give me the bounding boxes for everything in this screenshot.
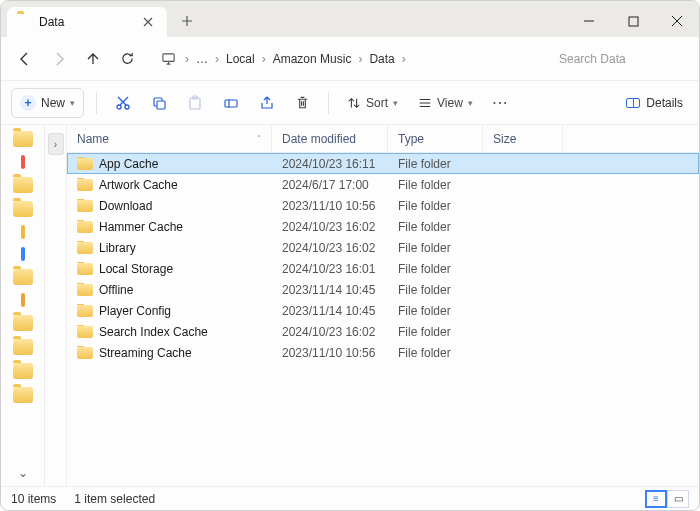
table-row[interactable]: Streaming Cache2023/11/10 10:56File fold… xyxy=(67,342,699,363)
details-pane-button[interactable]: Details xyxy=(620,88,689,118)
refresh-button[interactable] xyxy=(111,43,143,75)
sort-button[interactable]: Sort ▾ xyxy=(341,88,404,118)
sidebar-item[interactable] xyxy=(13,201,33,217)
sidebar-item[interactable] xyxy=(13,177,33,193)
close-tab-button[interactable] xyxy=(139,13,157,31)
column-size-label: Size xyxy=(493,132,516,146)
file-date: 2023/11/14 10:45 xyxy=(272,304,388,318)
crumb-amazon-music[interactable]: Amazon Music xyxy=(271,50,354,68)
up-button[interactable] xyxy=(77,43,109,75)
table-row[interactable]: Artwork Cache2024/6/17 17:00File folder xyxy=(67,174,699,195)
sidebar-item[interactable] xyxy=(13,363,33,379)
file-date: 2023/11/10 10:56 xyxy=(272,346,388,360)
column-type[interactable]: Type xyxy=(388,125,483,152)
thumbnails-view-button[interactable]: ▭ xyxy=(667,490,689,508)
table-row[interactable]: Hammer Cache2024/10/23 16:02File folder xyxy=(67,216,699,237)
status-count: 10 items xyxy=(11,492,56,506)
tab-data[interactable]: Data xyxy=(7,7,167,37)
new-button[interactable]: + New ▾ xyxy=(11,88,84,118)
new-tab-button[interactable] xyxy=(173,7,201,35)
rename-button[interactable] xyxy=(217,88,245,118)
sidebar-item[interactable] xyxy=(13,387,33,403)
sidebar-item[interactable] xyxy=(21,293,25,307)
view-switcher: ≡ ▭ xyxy=(645,490,689,508)
separator xyxy=(328,92,329,114)
sidebar-item[interactable] xyxy=(21,155,25,169)
more-button[interactable]: ··· xyxy=(487,88,515,118)
paste-button[interactable] xyxy=(181,88,209,118)
sidebar-item[interactable] xyxy=(21,247,25,261)
file-date: 2024/6/17 17:00 xyxy=(272,178,388,192)
svg-rect-1 xyxy=(162,54,173,62)
svg-rect-8 xyxy=(225,100,237,107)
sidebar-item[interactable] xyxy=(21,225,25,239)
chevron-right-icon[interactable]: › xyxy=(355,52,365,66)
separator xyxy=(96,92,97,114)
view-label: View xyxy=(437,96,463,110)
file-name: App Cache xyxy=(99,157,158,171)
title-bar: Data xyxy=(1,1,699,37)
column-type-label: Type xyxy=(398,132,424,146)
sidebar-item[interactable] xyxy=(13,269,33,285)
sidebar-item[interactable] xyxy=(13,339,33,355)
crumb-data[interactable]: Data xyxy=(367,50,396,68)
copy-button[interactable] xyxy=(145,88,173,118)
chevron-right-icon[interactable]: › xyxy=(182,52,192,66)
file-name: Hammer Cache xyxy=(99,220,183,234)
table-row[interactable]: Download2023/11/10 10:56File folder xyxy=(67,195,699,216)
back-button[interactable] xyxy=(9,43,41,75)
minimize-button[interactable] xyxy=(567,5,611,37)
overflow-crumb[interactable]: … xyxy=(194,50,210,68)
column-size[interactable]: Size xyxy=(483,125,563,152)
address-bar: › … › Local › Amazon Music › Data › xyxy=(1,37,699,81)
rows-container: App Cache2024/10/23 16:11File folderArtw… xyxy=(67,153,699,363)
sidebar-item[interactable] xyxy=(13,131,33,147)
file-name: Local Storage xyxy=(99,262,173,276)
file-name: Artwork Cache xyxy=(99,178,178,192)
file-date: 2024/10/23 16:02 xyxy=(272,241,388,255)
chevron-down-icon[interactable]: ⌄ xyxy=(18,466,28,480)
folder-icon xyxy=(77,179,93,191)
table-row[interactable]: App Cache2024/10/23 16:11File folder xyxy=(67,153,699,174)
file-name: Search Index Cache xyxy=(99,325,208,339)
expand-nav-button[interactable]: › xyxy=(48,133,64,155)
svg-rect-0 xyxy=(629,17,638,26)
file-type: File folder xyxy=(388,283,483,297)
file-name: Streaming Cache xyxy=(99,346,192,360)
maximize-button[interactable] xyxy=(611,5,655,37)
details-view-button[interactable]: ≡ xyxy=(645,490,667,508)
file-list: Name ˄ Date modified Type Size App Cache… xyxy=(67,125,699,486)
tab-title: Data xyxy=(39,15,64,29)
crumb-local[interactable]: Local xyxy=(224,50,257,68)
svg-rect-5 xyxy=(157,101,165,109)
file-date: 2024/10/23 16:01 xyxy=(272,262,388,276)
forward-button[interactable] xyxy=(43,43,75,75)
file-type: File folder xyxy=(388,157,483,171)
breadcrumb-bar[interactable]: › … › Local › Amazon Music › Data › xyxy=(151,43,543,75)
table-row[interactable]: Search Index Cache2024/10/23 16:02File f… xyxy=(67,321,699,342)
table-row[interactable]: Offline2023/11/14 10:45File folder xyxy=(67,279,699,300)
column-name[interactable]: Name ˄ xyxy=(67,125,272,152)
chevron-right-icon[interactable]: › xyxy=(259,52,269,66)
file-type: File folder xyxy=(388,304,483,318)
chevron-right-icon[interactable]: › xyxy=(399,52,409,66)
table-row[interactable]: Player Config2023/11/14 10:45File folder xyxy=(67,300,699,321)
chevron-right-icon[interactable]: › xyxy=(212,52,222,66)
cut-button[interactable] xyxy=(109,88,137,118)
details-label: Details xyxy=(646,96,683,110)
list-icon xyxy=(418,96,432,110)
folder-icon xyxy=(77,221,93,233)
file-date: 2024/10/23 16:02 xyxy=(272,325,388,339)
column-date[interactable]: Date modified xyxy=(272,125,388,152)
table-row[interactable]: Library2024/10/23 16:02File folder xyxy=(67,237,699,258)
share-button[interactable] xyxy=(253,88,281,118)
nav-pane-expander: › xyxy=(45,125,67,486)
sidebar-item[interactable] xyxy=(13,315,33,331)
nav-pane-collapsed[interactable]: ⌄ xyxy=(1,125,45,486)
table-row[interactable]: Local Storage2024/10/23 16:01File folder xyxy=(67,258,699,279)
view-button[interactable]: View ▾ xyxy=(412,88,479,118)
details-pane-icon xyxy=(626,98,640,108)
delete-button[interactable] xyxy=(289,88,316,118)
search-input[interactable] xyxy=(551,44,691,74)
close-window-button[interactable] xyxy=(655,5,699,37)
